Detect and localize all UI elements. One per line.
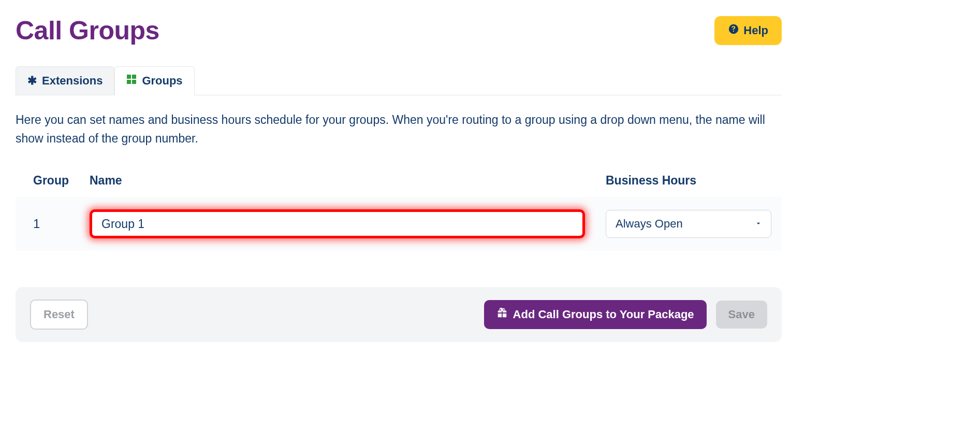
group-name-input[interactable] [90, 209, 585, 238]
column-header-group: Group [16, 168, 79, 197]
gift-icon [496, 307, 508, 322]
help-icon [728, 23, 739, 38]
table-row: 1 Always Open [16, 197, 782, 251]
tab-extensions[interactable]: ✱ Extensions [16, 66, 114, 95]
business-hours-selected-value: Always Open [616, 217, 683, 231]
column-header-hours: Business Hours [595, 168, 782, 197]
save-button[interactable]: Save [716, 301, 767, 329]
column-header-name: Name [79, 168, 595, 197]
reset-button[interactable]: Reset [30, 300, 88, 330]
help-button-label: Help [743, 24, 768, 37]
groups-table: Group Name Business Hours 1 Always Open [16, 168, 782, 251]
page-title: Call Groups [16, 16, 159, 46]
tab-groups[interactable]: Groups [114, 66, 194, 95]
svg-rect-3 [132, 80, 136, 84]
tab-extensions-label: Extensions [42, 74, 103, 88]
svg-rect-1 [132, 75, 136, 79]
tab-groups-label: Groups [142, 74, 182, 88]
svg-rect-0 [127, 75, 131, 79]
asterisk-icon: ✱ [27, 75, 37, 87]
chevron-down-icon [754, 217, 763, 231]
business-hours-select[interactable]: Always Open [606, 210, 771, 238]
help-button[interactable]: Help [714, 16, 782, 45]
tabs: ✱ Extensions Groups [16, 66, 782, 95]
add-call-groups-label: Add Call Groups to Your Package [513, 308, 694, 321]
reset-button-label: Reset [43, 308, 75, 321]
add-call-groups-button[interactable]: Add Call Groups to Your Package [484, 300, 707, 329]
footer-bar: Reset Add Call Groups to Your Package Sa… [16, 287, 782, 342]
page-description: Here you can set names and business hour… [16, 111, 782, 148]
svg-rect-2 [127, 80, 131, 84]
save-button-label: Save [728, 308, 755, 321]
group-number-cell: 1 [16, 197, 79, 251]
grid-icon [126, 74, 137, 88]
